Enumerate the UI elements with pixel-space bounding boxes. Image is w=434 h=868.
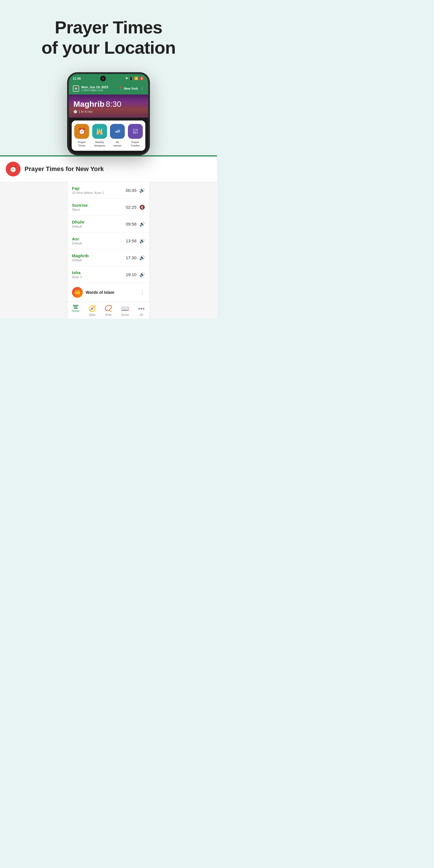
prayer-isha-time: 19:10 — [126, 272, 136, 277]
quick-actions-grid: ⏰ PrayerTimes 🕌 NearbyMosques الله 99nam… — [72, 121, 145, 151]
prayer-dhuhr-time: 09:58 — [126, 222, 136, 226]
prayer-row-fajr[interactable]: Fajr 10 mins before, Azan 1 00:45 🔊 — [67, 182, 150, 199]
prayer-maghrib-info: Maghrib Default — [72, 253, 89, 262]
action-prayer-tracker-label: PrayerTracker — [131, 141, 140, 148]
prayer-sunrise-info: Sunrise Silent — [72, 203, 88, 211]
date-row: 📅 Mon, Jun 19, 2023 1 Dhu'l-Hijjah 1444 … — [73, 85, 144, 92]
phone-status-bar: 11:05 ✳ 📳 📶 🔋 — [69, 74, 148, 83]
prayer-maghrib-time: 17:30 — [126, 255, 136, 260]
location-row[interactable]: 📍 New York ⋮ — [119, 86, 144, 91]
home-line-1 — [73, 305, 79, 306]
prayer-fajr-sound-icon[interactable]: 🔊 — [140, 188, 145, 193]
nav-home[interactable]: Home — [67, 305, 84, 316]
prayer-sunrise-time: 02:25 — [126, 205, 136, 210]
camera-dot — [102, 78, 104, 80]
nav-qibla[interactable]: 🧭 Qibla — [84, 305, 100, 316]
prayer-isha-info: Isha Azan 3 — [72, 270, 82, 279]
phone-hijri: 1 Dhu'l-Hijjah 1444 — [82, 89, 108, 92]
current-prayer-time: 8:30 — [106, 100, 121, 108]
prayer-display: Maghrib 8:30 🕐 1 hr 6 min — [69, 94, 148, 118]
prayer-maghrib-right: 17:30 🔊 — [126, 255, 145, 260]
prayer-row-maghrib[interactable]: Maghrib Default 17:30 🔊 — [67, 249, 150, 266]
nav-dhikr-label: Dhikr — [105, 313, 112, 316]
prayer-maghrib-sound-icon[interactable]: 🔊 — [140, 255, 145, 260]
prayer-asr-time: 13:58 — [126, 239, 136, 243]
nearby-mosques-icon: 🕌 — [92, 124, 107, 139]
prayer-row-asr[interactable]: Asr Default 13:58 🔊 — [67, 232, 150, 249]
app-header: 📅 Mon, Jun 19, 2023 1 Dhu'l-Hijjah 1444 … — [69, 83, 148, 94]
prayer-dhuhr-sound-icon[interactable]: 🔊 — [140, 221, 145, 227]
phone-mockup: 11:05 ✳ 📳 📶 🔋 📅 Mon, Jun 19, 2023 1 Dhu'… — [67, 72, 150, 156]
hero-title: Prayer Times of your Location — [11, 17, 206, 58]
prayer-list-container: Fajr 10 mins before, Azan 1 00:45 🔊 Sunr… — [0, 182, 217, 319]
location-name: New York — [124, 87, 138, 90]
nav-home-label: Home — [72, 310, 80, 313]
more-icon[interactable]: ⋮ — [140, 86, 144, 91]
prayer-asr-info: Asr Default — [72, 237, 82, 245]
prayer-times-section: ⏰ Prayer Times for New York — [0, 156, 217, 182]
prayer-dhuhr-right: 09:58 🔊 — [126, 221, 145, 227]
home-icon — [73, 305, 79, 309]
action-nearby-mosques-label: NearbyMosques — [94, 141, 105, 148]
wifi-icon: 📶 — [134, 76, 138, 80]
action-99-names-label: 99names — [113, 141, 122, 148]
action-nearby-mosques[interactable]: 🕌 NearbyMosques — [92, 124, 107, 148]
prayer-fajr-right: 00:45 🔊 — [126, 188, 145, 193]
prayer-fajr-sub: 10 mins before, Azan 1 — [72, 191, 104, 194]
nav-quran-label: Quran — [121, 313, 129, 316]
current-prayer-name: Maghrib — [73, 100, 104, 108]
words-left: 🤲 Words of Islam — [72, 287, 114, 298]
words-more-icon[interactable]: ⋮ — [140, 289, 145, 296]
prayer-sunrise-name: Sunrise — [72, 203, 88, 208]
home-line-3 — [74, 308, 78, 309]
prayer-asr-sound-icon[interactable]: 🔊 — [140, 238, 145, 244]
battery-icon: 🔋 — [140, 77, 144, 80]
prayer-asr-right: 13:58 🔊 — [126, 238, 145, 244]
prayer-maghrib-name: Maghrib — [72, 253, 89, 258]
vibrate-icon: 📳 — [129, 76, 133, 80]
nav-qibla-label: Qibla — [89, 313, 95, 316]
prayer-fajr-name: Fajr — [72, 186, 104, 191]
prayer-fajr-info: Fajr 10 mins before, Azan 1 — [72, 186, 104, 194]
all-icon: ••• — [138, 305, 145, 312]
nav-all[interactable]: ••• All — [133, 305, 150, 316]
prayer-dhuhr-name: Dhuhr — [72, 220, 85, 224]
calendar-icon: 📅 — [73, 85, 79, 92]
quran-icon: 📖 — [121, 305, 129, 312]
prayer-sunrise-sub: Silent — [72, 208, 88, 211]
bluetooth-icon: ✳ — [125, 76, 128, 80]
prayer-countdown: 🕐 1 hr 6 min — [73, 110, 144, 114]
prayer-sunrise-right: 02:25 🔇 — [126, 205, 145, 210]
prayer-sunrise-sound-icon[interactable]: 🔇 — [140, 205, 145, 210]
prayer-times-title: Prayer Times for New York — [25, 165, 104, 173]
action-prayer-times-label: PrayerTimes — [78, 141, 86, 148]
nav-quran[interactable]: 📖 Quran — [117, 305, 133, 316]
location-pin-icon: 📍 — [119, 87, 123, 90]
nav-all-label: All — [140, 313, 143, 316]
alarm-icon: ⏰ — [6, 162, 21, 177]
action-99-names[interactable]: الله 99names — [110, 124, 125, 148]
prayer-list-phone: Fajr 10 mins before, Azan 1 00:45 🔊 Sunr… — [67, 182, 150, 319]
action-prayer-tracker[interactable]: ☑ PrayerTracker — [128, 124, 143, 148]
prayer-row-dhuhr[interactable]: Dhuhr Default 09:58 🔊 — [67, 216, 150, 232]
prayer-fajr-time: 00:45 — [126, 188, 136, 193]
phone-mockup-container: 11:05 ✳ 📳 📶 🔋 📅 Mon, Jun 19, 2023 1 Dhu'… — [0, 66, 217, 156]
prayer-isha-sound-icon[interactable]: 🔊 — [140, 272, 145, 277]
action-prayer-times[interactable]: ⏰ PrayerTimes — [74, 124, 90, 148]
prayer-row-isha[interactable]: Isha Azan 3 19:10 🔊 — [67, 266, 150, 283]
words-icon: 🤲 — [72, 287, 83, 298]
hero-section: Prayer Times of your Location — [0, 0, 217, 66]
words-of-islam-row[interactable]: 🤲 Words of Islam ⋮ — [67, 283, 150, 302]
prayer-isha-right: 19:10 🔊 — [126, 272, 145, 277]
phone-date: Mon, Jun 19, 2023 — [82, 85, 108, 89]
clock-icon: 🕐 — [73, 110, 78, 114]
prayer-row-sunrise[interactable]: Sunrise Silent 02:25 🔇 — [67, 199, 150, 216]
prayer-times-icon: ⏰ — [74, 124, 89, 139]
nav-dhikr[interactable]: 📿 Dhikr — [100, 305, 117, 316]
qibla-icon: 🧭 — [88, 305, 96, 312]
prayer-asr-name: Asr — [72, 237, 82, 241]
date-left: 📅 Mon, Jun 19, 2023 1 Dhu'l-Hijjah 1444 — [73, 85, 108, 92]
prayer-maghrib-sub: Default — [72, 258, 89, 262]
prayer-isha-sub: Azan 3 — [72, 275, 82, 279]
99-names-icon: الله — [110, 124, 125, 139]
